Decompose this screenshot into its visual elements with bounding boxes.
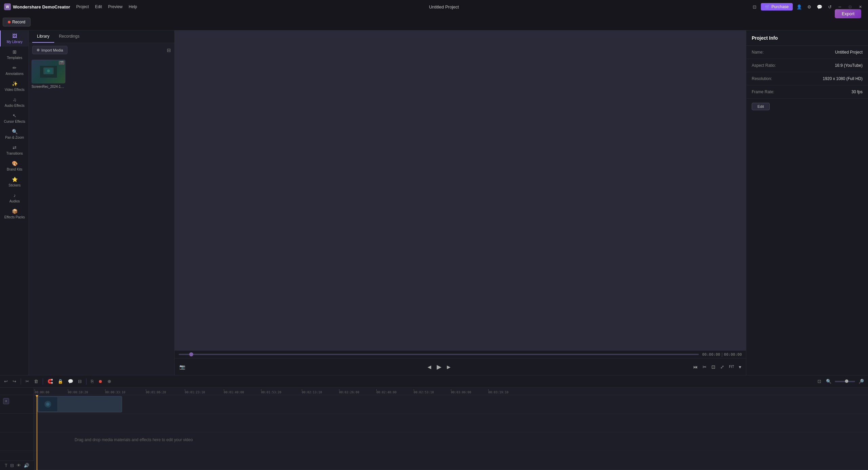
ruler-tick-8: 00:02:26:00: [339, 391, 359, 395]
delete-button[interactable]: 🗑: [33, 378, 40, 385]
record-screen-btn[interactable]: ⏺: [97, 378, 104, 385]
sidebar-item-video-effects[interactable]: ✨ Video Effects: [0, 78, 28, 94]
sidebar-item-effects-packs[interactable]: 📦 Effects Packs: [0, 206, 28, 222]
filter-icon[interactable]: ⊟: [167, 47, 171, 53]
table-button[interactable]: ⊟: [77, 378, 83, 385]
text-track-icon[interactable]: T: [5, 463, 7, 468]
add-clip-button[interactable]: +: [3, 398, 9, 404]
my-library-icon: 🖼: [12, 33, 17, 39]
restore-icon[interactable]: ↺: [826, 3, 833, 11]
project-title: Untitled Project: [140, 4, 747, 9]
ruler-spacer: [0, 388, 34, 395]
ruler-tick-1: 00:00:10:20: [68, 391, 88, 395]
play-button[interactable]: ▶: [435, 363, 443, 371]
sidebar-label-cursor-effects: Cursor Effects: [4, 120, 25, 123]
audio-effects-icon: ♫: [13, 97, 17, 102]
sidebar-item-audios[interactable]: ♪ Audios: [0, 190, 28, 206]
sidebar-label-transitions: Transitions: [6, 152, 23, 155]
ruler-tick-5: 00:01:40:00: [224, 391, 244, 395]
user-icon[interactable]: 👤: [795, 3, 803, 11]
next-frame-button[interactable]: ▶: [446, 364, 452, 370]
library-panel: Library Recordings ⊕ Import Media ⊟: [29, 31, 175, 375]
audio-icon[interactable]: 🔊: [24, 463, 29, 468]
split-button[interactable]: ✂: [24, 378, 31, 385]
crop-icon[interactable]: ⊡: [710, 364, 717, 370]
settings-icon[interactable]: ⚙: [806, 3, 813, 11]
media-filename: ScreenRec_2024-12-24 17-13...: [32, 85, 65, 89]
info-value-framerate: 30 fps: [851, 90, 863, 94]
info-row-resolution: Resolution: 1920 x 1080 (Full HD): [746, 72, 868, 85]
sidebar-item-brand-kits[interactable]: 🎨 Brand Kits: [0, 158, 28, 174]
undo-button[interactable]: ↩: [3, 378, 9, 385]
sidebar-item-audio-effects[interactable]: ♫ Audio Effects: [0, 94, 28, 110]
fit-icon[interactable]: FIT: [728, 364, 735, 369]
import-media-button[interactable]: ⊕ Import Media: [32, 46, 67, 54]
magnet-button[interactable]: 🧲: [46, 378, 54, 385]
fullscreen-icon[interactable]: ⤢: [719, 364, 726, 370]
add-track-button[interactable]: ⊕: [106, 378, 113, 385]
eye-icon[interactable]: 👁: [17, 463, 21, 468]
track-area[interactable]: Drag and drop media materials and effect…: [34, 395, 868, 470]
lock-button[interactable]: 🔒: [56, 378, 64, 385]
cart-icon: 🛒: [765, 4, 770, 9]
prev-frame-button[interactable]: ◀: [426, 364, 433, 370]
skip-back-icon[interactable]: ⏮: [692, 364, 699, 370]
ruler-tick-3: 00:01:06:20: [146, 391, 166, 395]
annotations-icon: ✏: [13, 65, 17, 71]
media-thumbnail: 🎬: [32, 60, 65, 83]
track-clip[interactable]: [37, 396, 122, 412]
monitor-icon[interactable]: ⊡: [751, 3, 758, 11]
comment-button[interactable]: 💬: [66, 378, 75, 385]
sidebar-item-annotations[interactable]: ✏ Annotations: [0, 62, 28, 78]
menu-preview[interactable]: Preview: [108, 4, 123, 9]
menu-edit[interactable]: Edit: [95, 4, 102, 9]
zoom-slider-thumb: [845, 379, 848, 383]
drag-drop-hint: Drag and drop media materials and effect…: [75, 437, 193, 442]
fit-timeline-button[interactable]: ⊡: [816, 378, 823, 385]
sidebar-label-video-effects: Video Effects: [5, 88, 25, 92]
timeline-ruler: 00:00:00 00:00:10:20 00:00:33:10 00:01:0…: [0, 388, 868, 395]
copy-button[interactable]: ⎘: [90, 378, 95, 385]
layer-icon[interactable]: ⊟: [10, 463, 14, 468]
preview-canvas: [175, 31, 746, 351]
thumb-svg: [40, 66, 57, 78]
menu-project[interactable]: Project: [76, 4, 89, 9]
cut-icon[interactable]: ✂: [701, 364, 708, 370]
sidebar-label-audios: Audios: [9, 199, 20, 203]
track-row-main: [34, 395, 868, 414]
export-button[interactable]: Export: [835, 9, 861, 18]
zoom-slider[interactable]: [835, 381, 855, 382]
sidebar-item-my-library[interactable]: 🖼 My Library: [0, 31, 28, 46]
record-button[interactable]: Record: [3, 18, 31, 26]
record-dot-icon: [8, 21, 11, 23]
sidebar-label-my-library: My Library: [7, 40, 23, 44]
logo-icon: W: [4, 3, 11, 10]
purchase-button[interactable]: 🛒 Purchase: [761, 3, 793, 11]
clip-thumb-svg: [39, 397, 57, 411]
zoom-out-button[interactable]: 🔍: [825, 378, 833, 385]
sidebar-item-cursor-effects[interactable]: ↖ Cursor Effects: [0, 110, 28, 126]
sidebar-item-transitions[interactable]: ⇄ Transitions: [0, 142, 28, 158]
media-item[interactable]: 🎬 ScreenRec_2024-12-24 17-13...: [32, 60, 65, 372]
menu-help[interactable]: Help: [129, 4, 137, 9]
more-options-icon[interactable]: ▾: [737, 364, 743, 370]
feedback-icon[interactable]: 💬: [816, 3, 823, 11]
redo-button[interactable]: ↪: [11, 378, 18, 385]
info-label-name: Name:: [752, 50, 764, 55]
ruler-tick-10: 00:02:53:10: [414, 391, 434, 395]
sidebar-item-pan-zoom[interactable]: 🔍 Pan & Zoom: [0, 126, 28, 142]
info-value-aspect: 16:9 (YouTube): [835, 63, 863, 68]
tab-recordings[interactable]: Recordings: [54, 31, 84, 43]
sidebar-item-templates[interactable]: ⊞ Templates: [0, 46, 28, 62]
preview-scrubber[interactable]: [179, 354, 699, 355]
menu-bar: Project Edit Preview Help: [76, 4, 137, 9]
time-current: 00:00:00: [702, 352, 720, 357]
info-label-aspect: Aspect Ratio:: [752, 63, 776, 68]
zoom-in-button[interactable]: 🔎: [857, 378, 865, 385]
tab-library[interactable]: Library: [32, 31, 54, 43]
sidebar-label-templates: Templates: [7, 56, 22, 60]
bottom-track-controls: T ⊟ 👁 🔊: [0, 461, 34, 470]
sidebar-item-stickers[interactable]: ⭐ Stickers: [0, 174, 28, 190]
project-edit-button[interactable]: Edit: [752, 103, 770, 110]
info-label-resolution: Resolution:: [752, 76, 772, 81]
